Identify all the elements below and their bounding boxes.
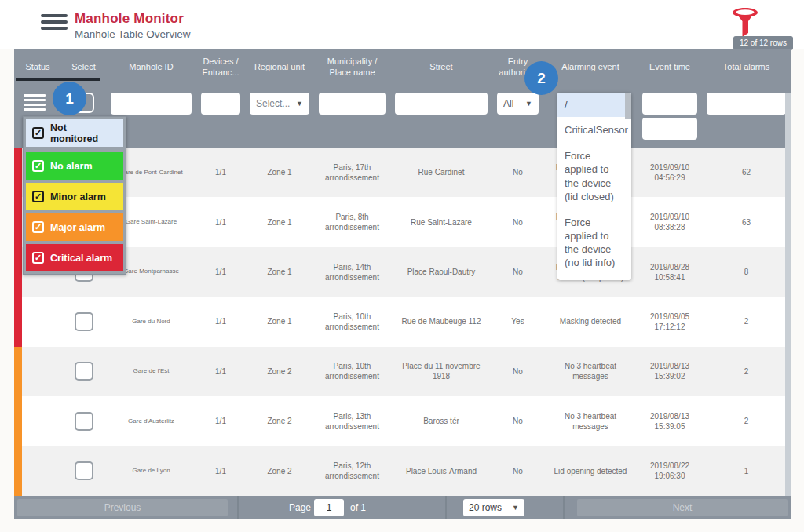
regional-unit-cell: Zone 1 (245, 167, 314, 177)
status-menu-item[interactable]: ✓ Not monitored (26, 119, 123, 147)
app-header: Manhole Monitor Manhole Table Overview 1… (0, 0, 804, 49)
total-alarms-filter-input[interactable] (707, 93, 786, 115)
column-header[interactable]: Total alarms (702, 62, 791, 73)
event-time-filter-cell (638, 86, 702, 148)
devices-cell: 1/1 (196, 366, 245, 377)
event-time-from-input[interactable] (642, 93, 697, 115)
municipality-cell: Paris, 14th arrondissement (314, 262, 390, 282)
select-cell (61, 412, 106, 431)
column-header[interactable]: Status (14, 62, 61, 73)
entry-authorized-cell: No (492, 217, 543, 228)
entry-authorized-cell: No (492, 167, 543, 177)
regional-unit-cell: Zone 2 (245, 416, 314, 426)
street-cell: Place Raoul-Dautry (390, 267, 492, 277)
entry-filter-cell: All ▼ (492, 86, 543, 148)
total-alarms-cell: 2 (702, 416, 791, 426)
status-menu-item[interactable]: ✓ Critical alarm (26, 244, 123, 271)
page-count-label: of 1 (350, 502, 366, 513)
status-menu-item[interactable]: ✓ Minor alarm (26, 183, 123, 210)
event-time-to-input[interactable] (642, 118, 697, 140)
column-header[interactable]: Select (61, 62, 106, 73)
regional-unit-cell: Zone 2 (245, 466, 314, 476)
table-row[interactable]: Gare Montparnasse 1/1 Zone 1 Paris, 14th… (14, 247, 791, 297)
event-time-cell: 2019/08/13 15:39:05 (638, 411, 702, 432)
manhole-id-cell: Gare de l'Est (106, 367, 196, 375)
status-menu-item[interactable]: ✓ No alarm (26, 152, 123, 180)
table-row[interactable]: Gare de Pont-Cardinet 1/1 Zone 1 Paris, … (14, 148, 791, 197)
alarm-option[interactable]: Force applied to the device (no lid info… (557, 210, 631, 276)
alarm-option[interactable]: CriticalSensor (557, 117, 631, 143)
table-row[interactable]: Gare de l'Est 1/1 Zone 2 Paris, 10th arr… (14, 347, 791, 396)
filter-funnel-icon[interactable] (732, 8, 758, 38)
dropdown-scrollbar-thumb[interactable] (625, 93, 631, 119)
alarming-event-dropdown: /CriticalSensorForce applied to the devi… (557, 93, 631, 280)
table-row[interactable]: Gare du Nord 1/1 Zone 1 Paris, 10th arro… (14, 297, 791, 346)
table-row[interactable]: Gare d'Austerlitz 1/1 Zone 2 Paris, 13th… (14, 396, 791, 446)
column-header[interactable]: Street (390, 62, 492, 73)
status-filter-dropdown: ✓ Not monitored ✓ No alarm ✓ Minor alarm… (23, 116, 126, 275)
row-select-checkbox[interactable] (75, 461, 93, 480)
hamburger-menu-icon[interactable] (41, 14, 68, 35)
column-header[interactable]: Municipality / Place name (314, 56, 390, 78)
regional-unit-cell: Zone 1 (245, 316, 314, 326)
table-scrollbar[interactable] (785, 93, 791, 496)
municipality-cell: Paris, 10th arrondissement (314, 312, 390, 332)
callout-badge-2: 2 (524, 61, 558, 95)
row-select-checkbox[interactable] (75, 362, 93, 381)
row-select-checkbox[interactable] (75, 312, 93, 331)
column-header[interactable]: Devices / Entranc... (196, 56, 245, 78)
alarming-event-cell: No 3 heartbeat messages (543, 361, 638, 381)
event-time-cell: 2019/08/28 10:58:41 (638, 262, 702, 282)
devices-cell: 1/1 (196, 217, 245, 228)
column-header[interactable]: Manhole ID (106, 62, 196, 73)
regional-unit-cell: Zone 1 (245, 217, 314, 228)
entry-authorized-select[interactable]: All ▼ (497, 93, 539, 115)
page-number-input[interactable] (314, 499, 344, 516)
manhole-table: StatusSelectManhole IDDevices / Entranc.… (14, 49, 791, 519)
devices-filter-input[interactable] (201, 93, 240, 115)
column-header[interactable]: Event time (638, 62, 702, 73)
regional-unit-select[interactable]: Select... ▼ (250, 93, 309, 115)
page-title: Manhole Table Overview (75, 28, 191, 40)
alarm-option[interactable]: Force applied to (557, 276, 631, 280)
total-alarms-cell: 62 (702, 167, 791, 177)
event-time-cell: 2019/09/10 08:38:28 (638, 212, 702, 232)
status-filter-button[interactable] (24, 94, 47, 111)
alarm-option[interactable]: / (557, 93, 631, 117)
municipality-filter-input[interactable] (319, 93, 386, 115)
total-alarms-cell: 8 (702, 267, 791, 277)
select-cell (61, 312, 106, 331)
manhole-id-cell: Gare du Nord (106, 318, 196, 326)
checked-checkbox-icon: ✓ (32, 160, 44, 172)
street-cell: Place Louis-Armand (390, 466, 492, 476)
devices-cell: 1/1 (196, 416, 245, 426)
entry-authorized-cell: No (492, 466, 543, 476)
total-alarms-cell: 2 (702, 316, 791, 326)
street-filter-input[interactable] (395, 93, 488, 115)
entry-authorized-cell: No (492, 366, 543, 377)
chevron-down-icon: ▼ (512, 504, 519, 512)
next-page-button[interactable]: Next (577, 499, 788, 516)
status-color-strip (14, 347, 22, 396)
callout-badge-1: 1 (53, 82, 86, 115)
street-cell: Rue Saint-Lazare (390, 217, 492, 228)
column-header[interactable]: Alarming event (543, 62, 638, 73)
street-cell: Rue Cardinet (390, 167, 492, 177)
devices-cell: 1/1 (196, 466, 245, 476)
status-menu-item[interactable]: ✓ Major alarm (26, 213, 123, 241)
rows-per-page-select[interactable]: 20 rows ▼ (463, 499, 524, 516)
municipality-cell: Paris, 17th arrondissement (314, 162, 390, 183)
previous-page-button[interactable]: Previous (17, 499, 228, 516)
entry-authorized-cell: Yes (492, 316, 543, 326)
alarming-event-cell: Masking detected (543, 316, 638, 326)
column-header[interactable]: Regional unit (245, 62, 314, 73)
alarming-event-cell: Lid opening detected (543, 466, 638, 476)
manhole-id-filter-input[interactable] (111, 93, 192, 115)
event-time-cell: 2019/09/05 17:12:12 (638, 312, 702, 332)
table-row[interactable]: Gare Saint-Lazare 1/1 Zone 1 Paris, 8th … (14, 197, 791, 246)
table-row[interactable]: Gare de Lyon 1/1 Zone 2 Paris, 12th arro… (14, 446, 791, 496)
footer-divider (445, 496, 447, 519)
event-time-cell: 2019/08/13 15:39:02 (638, 361, 702, 381)
row-select-checkbox[interactable] (75, 412, 93, 431)
alarm-option[interactable]: Force applied to the device (lid closed) (557, 143, 631, 210)
